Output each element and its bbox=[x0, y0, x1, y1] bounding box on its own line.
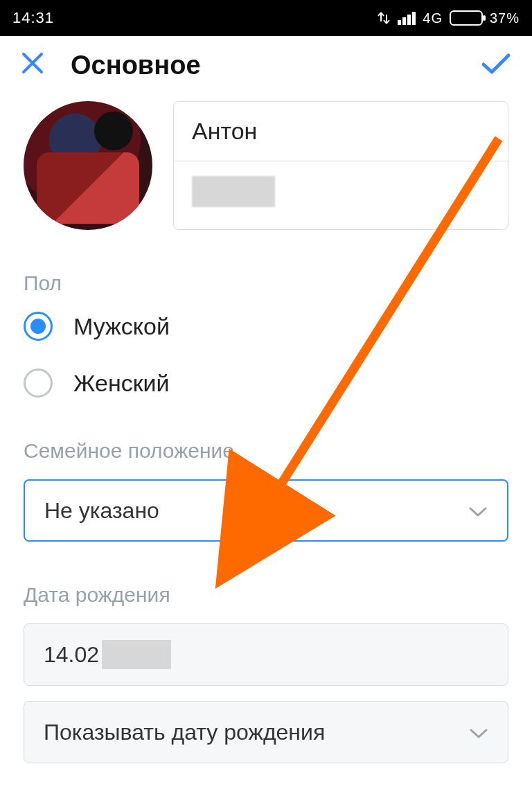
svg-point-1 bbox=[82, 174, 94, 186]
battery-icon bbox=[450, 10, 483, 26]
first-name-field[interactable]: Антон bbox=[174, 102, 508, 161]
male-label: Мужской bbox=[73, 313, 170, 340]
birth-redacted bbox=[102, 640, 171, 669]
chevron-down-icon bbox=[469, 720, 488, 745]
profile-row: Антон bbox=[24, 94, 508, 230]
radio-female[interactable]: Женский bbox=[24, 368, 508, 398]
radio-male[interactable]: Мужской bbox=[24, 312, 508, 341]
last-name-redacted bbox=[192, 176, 275, 207]
birth-label: Дата рождения bbox=[24, 583, 508, 607]
gender-label: Пол bbox=[24, 272, 508, 295]
status-time: 14:31 bbox=[12, 9, 54, 27]
birth-visibility-label: Показывать дату рождения bbox=[44, 720, 325, 745]
chevron-down-icon bbox=[468, 498, 488, 524]
last-name-field[interactable] bbox=[174, 161, 508, 221]
radio-icon bbox=[24, 368, 53, 398]
radio-icon bbox=[24, 312, 53, 341]
avatar[interactable] bbox=[24, 101, 152, 230]
female-label: Женский bbox=[73, 370, 170, 397]
status-bar: 14:31 4G 37% bbox=[0, 0, 532, 36]
svg-rect-0 bbox=[70, 169, 106, 191]
battery-percent: 37% bbox=[490, 10, 520, 26]
birth-value: 14.02 bbox=[44, 642, 99, 668]
top-bar: Основное bbox=[0, 36, 532, 94]
data-transfer-icon bbox=[377, 10, 391, 26]
camera-icon bbox=[69, 162, 107, 195]
confirm-icon[interactable] bbox=[481, 52, 511, 78]
relationship-select[interactable]: Не указано bbox=[24, 479, 508, 542]
first-name-value: Антон bbox=[192, 118, 257, 145]
name-fields: Антон bbox=[173, 101, 508, 230]
status-right: 4G 37% bbox=[377, 10, 520, 26]
network-label: 4G bbox=[423, 10, 443, 26]
birth-visibility-select[interactable]: Показывать дату рождения bbox=[24, 701, 508, 763]
relationship-label: Семейное положение bbox=[24, 439, 508, 463]
page-title: Основное bbox=[71, 51, 201, 80]
relationship-value: Не указано bbox=[44, 498, 159, 524]
birth-date-field[interactable]: 14.02 bbox=[24, 623, 508, 686]
close-icon[interactable] bbox=[21, 50, 44, 81]
signal-icon bbox=[398, 12, 416, 25]
